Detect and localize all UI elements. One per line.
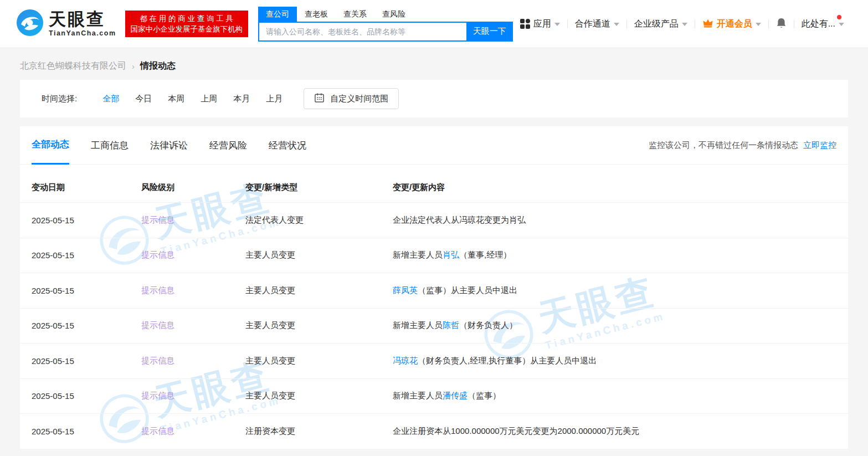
activity-card: 天眼查 TianYanCha.com 天眼查 TianYanCha.com 天眼…: [20, 126, 848, 449]
search-tab-relation[interactable]: 查关系: [336, 7, 374, 22]
risk-level-tag[interactable]: 提示信息: [141, 320, 174, 330]
time-filter-options: 全部 今日 本周 上周 本月 上月: [102, 94, 283, 104]
change-date: 2025-05-15: [32, 321, 141, 330]
tab-business-info[interactable]: 工商信息: [91, 126, 129, 165]
monitor-now-link[interactable]: 立即监控: [803, 140, 836, 151]
time-option-all[interactable]: 全部: [102, 94, 119, 104]
page-title: 情报动态: [140, 60, 176, 72]
table-row: 2025-05-15 提示信息 主要人员变更 新增主要人员陈哲（财务负责人）: [20, 308, 848, 344]
search-tab-risk[interactable]: 查风险: [374, 7, 413, 22]
header-change-date: 变动日期: [32, 182, 141, 193]
time-option-this-week[interactable]: 本周: [168, 94, 184, 104]
nav-partner[interactable]: 合作通道: [568, 18, 626, 30]
bell-icon: [776, 17, 787, 31]
change-content: 新增主要人员陈哲（财务负责人）: [393, 320, 836, 331]
chevron-down-icon: [682, 23, 687, 26]
risk-level-tag[interactable]: 提示信息: [141, 285, 174, 295]
person-link[interactable]: 肖弘: [443, 250, 459, 259]
search-input[interactable]: [258, 22, 466, 42]
calendar-icon: [314, 93, 325, 105]
nav-enterprise[interactable]: 企业级产品: [627, 18, 695, 30]
time-option-last-month[interactable]: 上月: [266, 94, 283, 104]
tianyancha-swirl-icon: [17, 9, 43, 38]
nav-more[interactable]: 此处有...: [794, 18, 851, 30]
change-type: 主要人员变更: [245, 285, 393, 296]
table-row: 2025-05-15 提示信息 主要人员变更 薛凤英（监事）从主要人员中退出: [20, 273, 848, 308]
breadcrumb: 北京红色蝴蝶科技有限公司 › 情报动态: [20, 60, 848, 72]
nav-vip[interactable]: 开通会员: [695, 18, 768, 30]
change-date: 2025-05-15: [32, 356, 141, 366]
change-content: 冯琼花（财务负责人,经理,执行董事）从主要人员中退出: [393, 356, 836, 366]
search-tab-company[interactable]: 查公司: [258, 7, 297, 22]
header-risk-level: 风险级别: [141, 182, 245, 193]
change-type: 主要人员变更: [245, 250, 393, 260]
chevron-down-icon: [614, 23, 619, 26]
change-type: 主要人员变更: [245, 391, 393, 401]
tab-operating-risk[interactable]: 经营风险: [209, 126, 247, 165]
change-type: 主要人员变更: [245, 320, 393, 331]
category-tabs: 全部动态 工商信息 法律诉讼 经营风险 经营状况 监控该公司，不再错过任何一条情…: [20, 126, 848, 165]
nav-notifications[interactable]: [769, 17, 794, 31]
risk-level-tag[interactable]: 提示信息: [141, 356, 174, 365]
change-content: 薛凤英（监事）从主要人员中退出: [393, 285, 836, 296]
person-link[interactable]: 潘传盛: [443, 391, 468, 400]
slogan-line2: 国家中小企业发展子基金旗下机构: [131, 24, 243, 34]
nav-apps[interactable]: 应用: [513, 18, 567, 30]
breadcrumb-company-link[interactable]: 北京红色蝴蝶科技有限公司: [20, 60, 126, 72]
time-filter-card: 时间选择: 全部 今日 本周 上周 本月 上月 自定义时间范围: [20, 80, 848, 117]
custom-date-range-button[interactable]: 自定义时间范围: [304, 88, 399, 109]
table-row: 2025-05-15 提示信息 主要人员变更 新增主要人员肖弘（董事,经理）: [20, 238, 848, 273]
time-option-last-week[interactable]: 上周: [201, 94, 217, 104]
risk-level-tag[interactable]: 提示信息: [141, 215, 174, 224]
slogan-badge: 都 在 用 的 商 业 查 询 工 具 国家中小企业发展子基金旗下机构: [125, 11, 249, 37]
person-link[interactable]: 冯琼花: [393, 356, 418, 365]
change-content: 新增主要人员肖弘（董事,经理）: [393, 250, 836, 260]
nav-apps-label: 应用: [533, 18, 551, 30]
nav-vip-label: 开通会员: [717, 18, 752, 30]
search-button[interactable]: 天眼一下: [466, 22, 513, 42]
risk-level-tag[interactable]: 提示信息: [141, 391, 174, 400]
risk-level-tag[interactable]: 提示信息: [141, 250, 174, 259]
change-date: 2025-05-15: [32, 216, 141, 225]
table-row: 2025-05-15 提示信息 主要人员变更 新增主要人员潘传盛（监事）: [20, 378, 848, 414]
search-tab-boss[interactable]: 查老板: [297, 7, 336, 22]
table-header: 变动日期 风险级别 变更/新增类型 变更/更新内容: [20, 172, 848, 202]
brand-domain: TianYanCha.com: [49, 29, 116, 37]
time-option-this-month[interactable]: 本月: [233, 94, 250, 104]
tianyancha-logo[interactable]: 天眼查 TianYanCha.com: [17, 9, 116, 38]
top-nav: 应用 合作通道 企业级产品 开通会员: [513, 17, 851, 31]
nav-partner-label: 合作通道: [575, 18, 610, 30]
top-bar: 天眼查 TianYanCha.com 都 在 用 的 商 业 查 询 工 具 国…: [0, 0, 868, 48]
tab-legal[interactable]: 法律诉讼: [150, 126, 188, 165]
change-type: 法定代表人变更: [245, 215, 393, 226]
change-date: 2025-05-15: [32, 391, 141, 401]
risk-level-tag[interactable]: 提示信息: [141, 426, 174, 435]
person-link[interactable]: 薛凤英: [393, 285, 418, 295]
change-content: 企业注册资本从1000.000000万元美元变更为2000.000000万元美元: [393, 426, 836, 437]
table-row: 2025-05-15 提示信息 法定代表人变更 企业法定代表人从冯琼花变更为肖弘: [20, 202, 848, 238]
time-filter-label: 时间选择:: [42, 94, 77, 104]
chevron-down-icon: [839, 23, 844, 26]
search-area: 查公司 查老板 查关系 查风险 天眼一下: [258, 7, 513, 42]
apps-grid-icon: [520, 19, 530, 29]
change-content: 企业法定代表人从冯琼花变更为肖弘: [393, 215, 836, 226]
table-row: 2025-05-15 提示信息 注册资本变更 企业注册资本从1000.00000…: [20, 413, 848, 449]
time-option-today[interactable]: 今日: [135, 94, 152, 104]
tab-operating-status[interactable]: 经营状况: [269, 126, 306, 165]
breadcrumb-separator: ›: [132, 62, 135, 71]
nav-enterprise-label: 企业级产品: [634, 18, 679, 30]
chevron-down-icon: [554, 23, 560, 26]
change-content: 新增主要人员潘传盛（监事）: [393, 391, 836, 401]
table-row: 2025-05-15 提示信息 主要人员变更 冯琼花（财务负责人,经理,执行董事…: [20, 343, 848, 378]
change-type: 注册资本变更: [245, 426, 393, 437]
change-date: 2025-05-15: [32, 286, 141, 295]
chevron-down-icon: [756, 23, 761, 26]
brand-name: 天眼查: [49, 11, 116, 28]
custom-range-label: 自定义时间范围: [330, 94, 388, 104]
crown-icon: [702, 18, 713, 30]
change-date: 2025-05-15: [32, 427, 141, 436]
search-tabs: 查公司 查老板 查关系 查风险: [258, 7, 513, 22]
tab-all-activity[interactable]: 全部动态: [32, 126, 69, 165]
slogan-line1: 都 在 用 的 商 业 查 询 工 具: [131, 13, 243, 24]
person-link[interactable]: 陈哲: [443, 320, 459, 330]
